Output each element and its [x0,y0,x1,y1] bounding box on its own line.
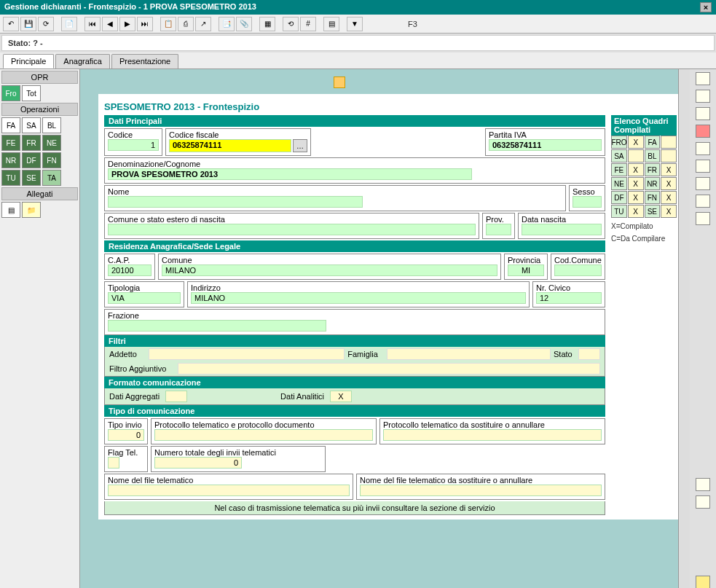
val-famiglia[interactable] [387,348,551,360]
btn-ne[interactable]: NE [42,135,61,151]
val-tipo-invio[interactable]: 0 [108,429,144,441]
val-filtro-agg[interactable] [178,363,600,375]
val-aggregati[interactable] [165,391,187,402]
quadro-code[interactable]: BL [645,149,661,162]
val-flagtel[interactable] [108,457,119,469]
quadro-status[interactable]: X [628,136,644,149]
val-indirizzo[interactable]: MILANO [191,292,526,304]
vertical-scrollbar[interactable] [678,69,690,588]
tab-anagrafica[interactable]: Anagrafica [55,54,110,68]
quadro-status[interactable] [661,149,677,162]
val-frazione[interactable] [108,320,326,332]
val-nomefile-sost[interactable] [360,485,602,496]
users-icon[interactable] [696,107,710,120]
val-data-nascita[interactable] [522,224,602,235]
quadro-status[interactable]: X [661,205,677,218]
table-icon[interactable] [696,195,710,208]
reload-icon[interactable]: ⟲ [283,17,299,31]
export-icon[interactable]: ↗ [195,17,211,31]
copy-icon[interactable]: 📋 [160,17,176,31]
quadro-code[interactable]: NE [611,177,627,190]
btn-tot[interactable]: Tot [22,85,41,101]
btn-sa[interactable]: SA [22,117,41,133]
quadro-code[interactable]: FR [645,163,661,176]
lock-icon[interactable] [696,160,710,173]
btn-list-icon[interactable]: ▤ [1,202,20,218]
val-comune[interactable]: MILANO [162,264,497,276]
dropdown-icon[interactable]: ▼ [347,17,363,31]
val-piva[interactable]: 06325874111 [489,139,602,151]
quadro-status[interactable]: X [628,163,644,176]
btn-df[interactable]: DF [22,152,41,168]
btn-nr[interactable]: NR [1,152,20,168]
btn-se[interactable]: SE [22,170,41,186]
save-icon[interactable]: 💾 [20,17,36,31]
print2-icon[interactable] [696,90,710,103]
quadro-code[interactable]: FE [611,163,627,176]
val-nome[interactable] [108,196,363,208]
val-codice[interactable]: 1 [108,139,159,151]
val-addetto[interactable] [149,348,345,360]
prev-icon[interactable]: ◀ [102,17,118,31]
clipboard-icon[interactable]: 📑 [219,17,235,31]
doc-icon[interactable]: 📄 [61,17,77,31]
list2-icon[interactable] [696,177,710,190]
val-proto-sost[interactable] [383,429,602,441]
quadro-status[interactable] [628,149,644,162]
edit-icon[interactable] [334,77,345,88]
grid-icon[interactable]: # [300,17,316,31]
btn-folder-icon[interactable]: 📁 [22,202,41,218]
quadro-code[interactable]: DF [611,191,627,204]
btn-ta[interactable]: TA [42,170,61,186]
quadro-status[interactable]: X [628,191,644,204]
pdf-icon[interactable] [696,125,710,138]
notes-icon[interactable] [696,576,710,588]
attach-icon[interactable]: 📎 [236,17,252,31]
quadro-status[interactable]: X [661,191,677,204]
tab-principale[interactable]: Principale [3,54,54,68]
val-stato[interactable] [578,348,600,360]
quadro-code[interactable]: SA [611,149,627,162]
quadro-code[interactable]: TU [611,205,627,218]
val-numinvii[interactable]: 0 [154,457,242,469]
val-tipologia[interactable]: VIA [108,292,181,304]
btn-fe[interactable]: FE [1,135,20,151]
val-provincia[interactable]: MI [508,264,544,276]
quadro-status[interactable]: X [661,177,677,190]
lookup-cf-button[interactable]: … [293,139,307,152]
flag-icon[interactable] [696,495,710,509]
last-icon[interactable]: ⏭ [137,17,153,31]
btn-fn[interactable]: FN [42,152,61,168]
btn-fr[interactable]: FR [22,135,41,151]
val-sesso[interactable] [573,196,602,208]
quadro-code[interactable]: FRO [611,136,627,149]
val-analitici[interactable]: X [330,391,352,402]
btn-tu[interactable]: TU [1,170,20,186]
undo-icon[interactable]: ↶ [3,17,19,31]
val-nomefile[interactable] [108,485,350,496]
val-prov-nascita[interactable] [486,224,511,235]
close-icon[interactable]: × [700,2,712,12]
val-cap[interactable]: 20100 [108,264,152,276]
btn-bl[interactable]: BL [42,117,61,133]
tree-icon[interactable] [696,212,710,225]
quadro-status[interactable]: X [628,177,644,190]
save2-icon[interactable] [696,142,710,155]
quadro-code[interactable]: NR [645,177,661,190]
btn-fro[interactable]: Fro [1,85,20,101]
send-icon[interactable] [696,478,710,491]
calc-icon[interactable]: ▤ [323,17,339,31]
quadro-code[interactable]: FA [645,136,661,149]
val-civico[interactable]: 12 [536,292,602,304]
val-codcomune[interactable] [554,264,602,276]
first-icon[interactable]: ⏮ [84,17,101,31]
btn-fa[interactable]: FA [1,117,20,133]
print-icon[interactable]: ⎙ [178,17,194,31]
tab-presentazione[interactable]: Presentazione [111,54,178,68]
quadro-code[interactable]: FN [645,191,661,204]
val-proto-doc[interactable] [154,429,373,441]
refresh-icon[interactable]: ⟳ [38,17,54,31]
val-cf[interactable]: 06325874111 [169,139,291,152]
next-icon[interactable]: ▶ [119,17,135,31]
quadro-status[interactable] [661,136,677,149]
